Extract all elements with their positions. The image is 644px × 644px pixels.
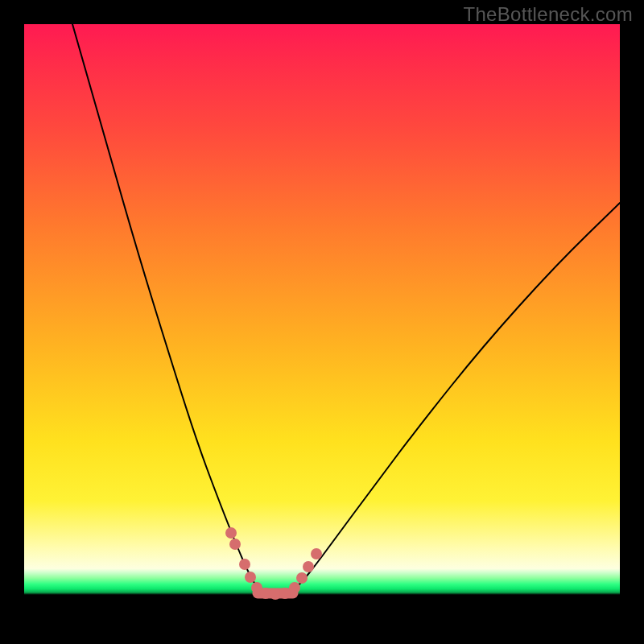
marker-dot [279,588,291,599]
chart-container: TheBottleneck.com [0,0,644,644]
valley-markers [225,527,322,600]
curves-svg [24,24,620,620]
marker-dot [229,539,241,550]
marker-dot [239,559,250,570]
plot-area [24,24,620,620]
watermark-text: TheBottleneck.com [463,3,633,26]
marker-dot [245,572,256,583]
marker-dot [289,582,300,593]
marker-dot [225,527,237,539]
marker-dot [303,561,314,572]
marker-dot [270,588,281,600]
right-curve [287,203,620,594]
marker-dot [311,548,322,559]
marker-dot [296,572,308,584]
marker-dot [260,588,271,599]
left-curve [72,24,267,594]
